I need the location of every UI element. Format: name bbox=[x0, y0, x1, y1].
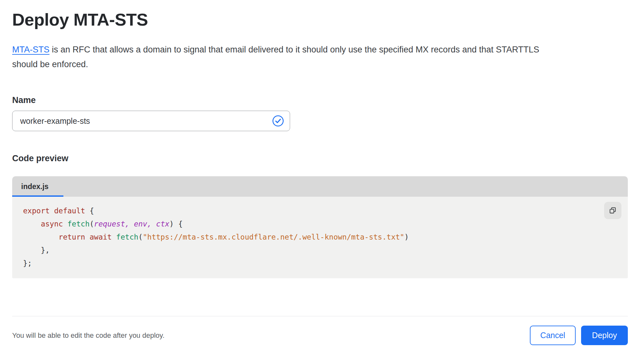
check-circle-icon bbox=[272, 115, 284, 127]
description-text: MTA-STS is an RFC that allows a domain t… bbox=[12, 42, 628, 72]
footer-actions: Cancel Deploy bbox=[530, 326, 628, 345]
name-input[interactable] bbox=[12, 111, 290, 131]
description-line2: should be enforced. bbox=[12, 59, 88, 69]
code-preview-label: Code preview bbox=[12, 154, 628, 163]
code-line: async fetch(request, env, ctx) { bbox=[23, 218, 628, 231]
name-input-wrapper bbox=[12, 111, 290, 131]
deploy-button[interactable]: Deploy bbox=[581, 326, 628, 345]
copy-icon bbox=[609, 206, 617, 215]
description-line1: is an RFC that allows a domain to signal… bbox=[50, 45, 539, 54]
editor-tab-bar: index.js bbox=[12, 176, 628, 197]
footer: You will be able to edit the code after … bbox=[12, 326, 628, 345]
cancel-button[interactable]: Cancel bbox=[530, 326, 576, 345]
code-line: }; bbox=[23, 257, 628, 270]
tab-label: index.js bbox=[21, 182, 49, 191]
code-line: export default { bbox=[23, 204, 628, 218]
page-title: Deploy MTA-STS bbox=[12, 10, 628, 29]
copy-button[interactable] bbox=[604, 202, 621, 219]
tab-index-js[interactable]: index.js bbox=[12, 176, 63, 197]
code-editor: index.js export default { async fetch(re… bbox=[12, 176, 628, 278]
code-line: return await fetch("https://mta-sts.mx.c… bbox=[23, 231, 628, 244]
code-line: }, bbox=[23, 244, 628, 257]
name-label: Name bbox=[12, 95, 628, 105]
footer-divider bbox=[12, 316, 628, 316]
code-area: export default { async fetch(request, en… bbox=[12, 197, 628, 278]
mta-sts-link[interactable]: MTA-STS bbox=[12, 45, 50, 54]
footer-note: You will be able to edit the code after … bbox=[12, 331, 165, 340]
code-block: export default { async fetch(request, en… bbox=[23, 204, 628, 270]
